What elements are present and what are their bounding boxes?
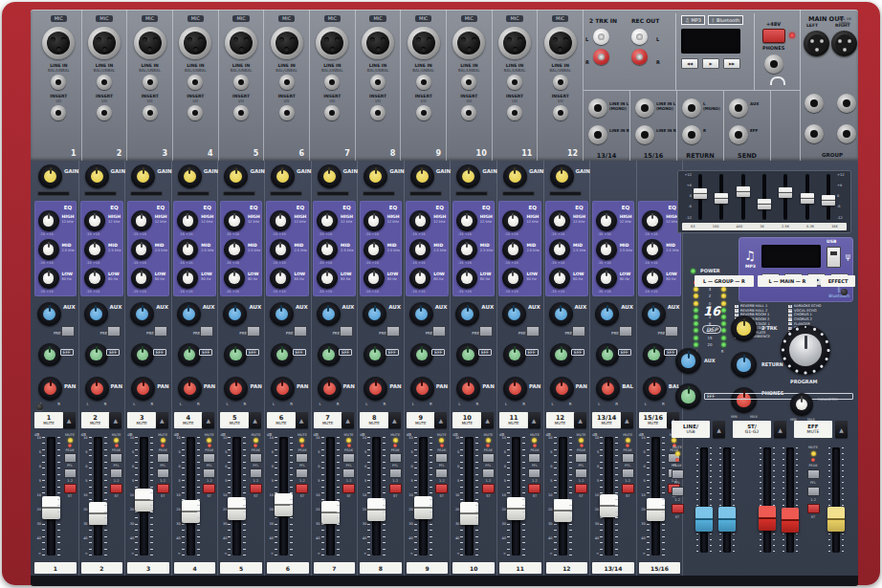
pre-button[interactable] <box>107 326 121 337</box>
fader-track[interactable] <box>47 437 55 555</box>
geq-fader-cap[interactable] <box>715 193 728 204</box>
eff-knob[interactable] <box>224 343 247 366</box>
pan-knob[interactable] <box>643 377 667 401</box>
route-1-2-button[interactable] <box>64 468 77 478</box>
gain-knob[interactable] <box>38 164 62 188</box>
eq-high-knob[interactable] <box>317 210 338 231</box>
pfl-button[interactable] <box>672 469 684 479</box>
pre-button[interactable] <box>479 326 493 337</box>
eq-low-knob[interactable] <box>596 268 617 289</box>
eq-mid-knob[interactable] <box>131 239 152 260</box>
eq-low-knob[interactable] <box>364 268 385 289</box>
pan-knob[interactable] <box>38 377 62 401</box>
eq-mid-knob[interactable] <box>409 239 430 260</box>
pan-knob[interactable] <box>410 377 434 401</box>
eff-mute-button[interactable]: ▲ <box>835 421 848 438</box>
gain-knob[interactable] <box>318 164 342 188</box>
fader-track[interactable] <box>605 437 613 555</box>
st-button[interactable] <box>528 484 540 493</box>
fader-cap[interactable] <box>718 507 736 532</box>
fader-track[interactable] <box>326 437 335 555</box>
eq-high-knob[interactable] <box>642 210 663 231</box>
st-mute-button[interactable]: ▲ <box>774 421 786 438</box>
gain-knob[interactable] <box>85 164 109 188</box>
geq-band[interactable] <box>779 174 792 220</box>
eq-low-knob[interactable] <box>38 268 59 289</box>
pfl-button[interactable] <box>64 453 77 463</box>
player-key[interactable]: ▶ <box>702 58 719 69</box>
st-button[interactable] <box>157 484 169 493</box>
pre-button[interactable] <box>61 326 75 337</box>
channel-mute-button[interactable]: ▲ <box>109 412 121 428</box>
eff-knob[interactable] <box>456 343 479 366</box>
aux-knob[interactable] <box>549 302 573 326</box>
parameter-knob[interactable] <box>790 393 813 416</box>
channel-mute-button[interactable]: ▲ <box>202 412 214 428</box>
route-1-2-button[interactable] <box>807 487 820 496</box>
fader-cap[interactable] <box>695 507 713 532</box>
st-button[interactable] <box>250 484 262 493</box>
gain-knob[interactable] <box>131 164 155 188</box>
eq-low-knob[interactable] <box>224 268 245 289</box>
channel-mute-button[interactable]: ▲ <box>621 412 633 428</box>
aux-knob[interactable] <box>502 302 526 326</box>
gain-knob[interactable] <box>224 164 248 188</box>
pre-button[interactable] <box>526 326 540 337</box>
eq-mid-knob[interactable] <box>84 239 105 260</box>
eq-mid-knob[interactable] <box>38 239 59 260</box>
eq-low-knob[interactable] <box>456 268 477 289</box>
fader-track[interactable] <box>232 437 241 555</box>
channel-mute-button[interactable]: ▲ <box>388 412 401 428</box>
effect-fader[interactable] <box>832 447 840 553</box>
st-button[interactable] <box>64 484 77 493</box>
st-button[interactable] <box>435 484 448 493</box>
eq-mid-knob[interactable] <box>317 239 338 260</box>
eq-mid-knob[interactable] <box>177 239 198 260</box>
pan-knob[interactable] <box>85 377 109 401</box>
st-button[interactable] <box>482 484 495 493</box>
eq-high-knob[interactable] <box>549 210 570 231</box>
fader-track[interactable] <box>465 437 474 555</box>
pan-knob[interactable] <box>364 377 387 401</box>
program-selector[interactable] <box>781 325 830 375</box>
aux-knob[interactable] <box>595 302 619 326</box>
fader-track[interactable] <box>279 437 288 555</box>
pan-knob[interactable] <box>131 377 155 401</box>
aux-knob[interactable] <box>37 302 61 326</box>
channel-mute-button[interactable]: ▲ <box>434 412 447 428</box>
eq-high-knob[interactable] <box>456 210 477 231</box>
pre-button[interactable] <box>340 326 353 337</box>
pfl-button[interactable] <box>157 453 169 463</box>
pan-knob[interactable] <box>503 377 527 401</box>
gain-knob[interactable] <box>410 164 434 188</box>
fader-track[interactable] <box>559 437 567 555</box>
pre-button[interactable] <box>619 326 632 337</box>
eq-mid-knob[interactable] <box>364 239 385 260</box>
pfl-button[interactable] <box>575 453 587 463</box>
pan-knob[interactable] <box>596 377 620 401</box>
route-1-2-button[interactable] <box>296 468 308 478</box>
channel-mute-button[interactable]: ▲ <box>342 412 354 428</box>
st-button[interactable] <box>110 484 122 493</box>
channel-mute-button[interactable]: ▲ <box>481 412 494 428</box>
two-track-knob[interactable] <box>731 316 757 341</box>
fader-track[interactable] <box>372 437 381 555</box>
eq-low-knob[interactable] <box>549 268 570 289</box>
eq-mid-knob[interactable] <box>642 239 663 260</box>
aux-knob[interactable] <box>223 302 247 326</box>
geq-band[interactable] <box>822 174 835 220</box>
geq-band[interactable] <box>758 174 771 220</box>
eq-high-knob[interactable] <box>224 210 245 231</box>
geq-fader-cap[interactable] <box>779 187 792 198</box>
eq-low-knob[interactable] <box>502 268 523 289</box>
aux-knob[interactable] <box>317 302 341 326</box>
pre-button[interactable] <box>386 326 400 337</box>
fader-cap[interactable] <box>782 508 799 533</box>
eff-knob[interactable] <box>85 343 108 366</box>
st-button[interactable] <box>622 484 634 493</box>
eq-high-knob[interactable] <box>270 210 291 231</box>
pfl-button[interactable] <box>250 453 262 463</box>
fader-track[interactable] <box>419 437 428 555</box>
geq-fader-cap[interactable] <box>822 195 835 206</box>
eq-low-knob[interactable] <box>177 268 198 289</box>
